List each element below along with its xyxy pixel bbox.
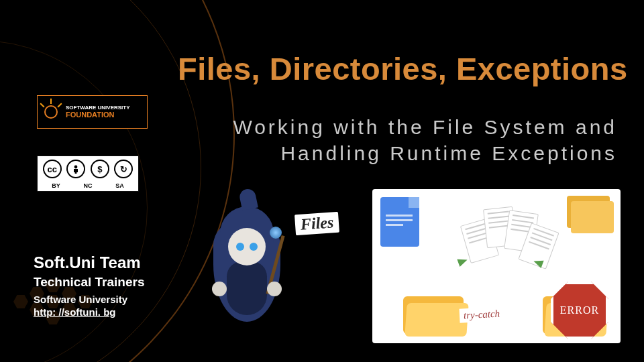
- logo-line2: FOUNDATION: [66, 111, 130, 119]
- svg-point-0: [74, 166, 78, 169]
- arrow-icon: [457, 256, 468, 267]
- softuni-foundation-logo: SOFTWARE UNIVERSITY FOUNDATION: [37, 95, 148, 129]
- team-name: Soft.Uni Team: [34, 253, 144, 272]
- files-illustration: try-catch ERROR: [372, 189, 621, 343]
- folder-open-icon: [403, 291, 468, 335]
- folder-stack-icon: [564, 193, 615, 236]
- team-link[interactable]: http: //softuni. bg: [34, 306, 115, 318]
- error-stop-sign: ERROR: [551, 282, 608, 339]
- cc-label-sa: SA: [115, 182, 124, 189]
- team-role: Technical Trainers: [34, 275, 144, 290]
- by-icon: [66, 160, 85, 178]
- cc-license-badge: cc $ ↻ BY NC SA: [37, 156, 139, 192]
- sa-icon: ↻: [114, 160, 133, 178]
- wizard-mascot: [193, 194, 301, 335]
- nc-icon: $: [91, 160, 109, 178]
- team-org: Software University: [34, 294, 144, 305]
- slide-subtitle: Working with the File System and Handlin…: [174, 114, 617, 166]
- cc-label-by: BY: [52, 182, 60, 189]
- document-icon: [380, 197, 419, 247]
- logo-line1: SOFTWARE UNIVERSITY: [66, 105, 130, 111]
- error-label: ERROR: [560, 304, 599, 316]
- cc-label-nc: NC: [84, 182, 93, 189]
- slide-title: Files, Directories, Exceptions: [178, 50, 628, 87]
- try-catch-label: try-catch: [459, 306, 504, 322]
- files-label: Files: [294, 212, 339, 235]
- lightbulb-icon: [40, 101, 62, 123]
- team-credits: Soft.Uni Team Technical Trainers Softwar…: [34, 253, 144, 318]
- cc-icon: cc: [43, 160, 62, 178]
